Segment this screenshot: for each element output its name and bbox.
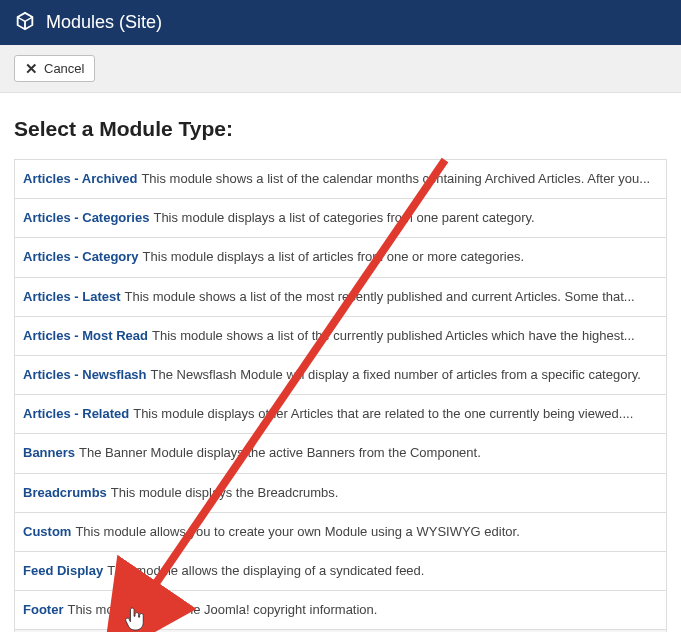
module-type-link[interactable]: Footer (23, 602, 63, 617)
module-type-link[interactable]: Articles - Most Read (23, 328, 148, 343)
cancel-button[interactable]: ✕ Cancel (14, 55, 95, 82)
page-title: Modules (Site) (46, 12, 162, 33)
module-type-row[interactable]: CustomThis module allows you to create y… (15, 512, 666, 551)
module-type-link[interactable]: Banners (23, 445, 75, 460)
module-type-description: This module displays the Breadcrumbs. (111, 485, 339, 500)
module-type-description: This module shows a list of the calendar… (141, 171, 650, 186)
module-type-link[interactable]: Articles - Categories (23, 210, 149, 225)
module-type-row[interactable]: Articles - LatestThis module shows a lis… (15, 277, 666, 316)
module-type-row[interactable]: BannersThe Banner Module displays the ac… (15, 433, 666, 472)
module-type-link[interactable]: Articles - Related (23, 406, 129, 421)
module-type-row[interactable]: Feed DisplayThis module allows the displ… (15, 551, 666, 590)
module-type-link[interactable]: Breadcrumbs (23, 485, 107, 500)
module-type-row[interactable]: BreadcrumbsThis module displays the Brea… (15, 473, 666, 512)
module-type-row[interactable]: Articles - Most ReadThis module shows a … (15, 316, 666, 355)
cube-icon (14, 10, 36, 35)
module-type-link[interactable]: Custom (23, 524, 71, 539)
module-type-description: This module allows the displaying of a s… (107, 563, 424, 578)
page-header: Modules (Site) (0, 0, 681, 45)
module-type-list: Articles - ArchivedThis module shows a l… (14, 159, 667, 632)
module-type-row[interactable]: Articles - CategoryThis module displays … (15, 237, 666, 276)
module-type-link[interactable]: Articles - Archived (23, 171, 137, 186)
content-area: Select a Module Type: Articles - Archive… (0, 93, 681, 632)
module-type-row[interactable]: Articles - ArchivedThis module shows a l… (15, 159, 666, 198)
module-type-row[interactable]: Articles - RelatedThis module displays o… (15, 394, 666, 433)
module-type-row[interactable]: Articles - NewsflashThe Newsflash Module… (15, 355, 666, 394)
module-type-link[interactable]: Articles - Newsflash (23, 367, 147, 382)
module-type-description: This module shows a list of the currentl… (152, 328, 635, 343)
module-type-link[interactable]: Articles - Category (23, 249, 139, 264)
section-heading: Select a Module Type: (14, 117, 667, 141)
cancel-button-label: Cancel (44, 61, 84, 76)
module-type-row[interactable]: Articles - CategoriesThis module display… (15, 198, 666, 237)
module-type-description: This module shows the Joomla! copyright … (67, 602, 377, 617)
close-icon: ✕ (25, 61, 38, 76)
module-type-description: This module allows you to create your ow… (75, 524, 519, 539)
module-type-description: This module displays a list of articles … (143, 249, 525, 264)
module-type-description: This module shows a list of the most rec… (125, 289, 635, 304)
module-type-link[interactable]: Feed Display (23, 563, 103, 578)
module-type-description: This module displays other Articles that… (133, 406, 633, 421)
module-type-description: The Newsflash Module will display a fixe… (151, 367, 641, 382)
module-type-link[interactable]: Articles - Latest (23, 289, 121, 304)
module-type-description: This module displays a list of categorie… (153, 210, 534, 225)
toolbar: ✕ Cancel (0, 45, 681, 93)
module-type-row[interactable]: FooterThis module shows the Joomla! copy… (15, 590, 666, 629)
module-type-description: The Banner Module displays the active Ba… (79, 445, 481, 460)
